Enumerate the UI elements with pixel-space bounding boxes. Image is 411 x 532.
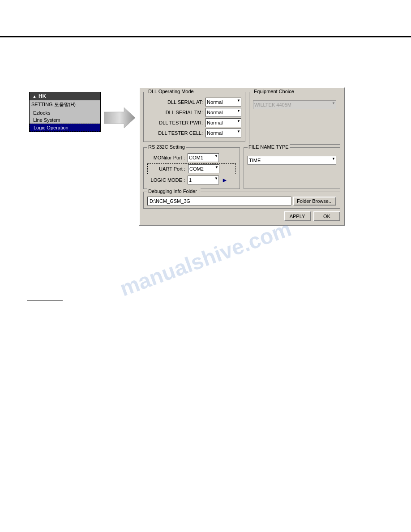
equipment-group-box: Equipment Choice WILLTEK 4405M [249, 92, 340, 145]
dll-tester-cell-row: DLL TESTER CELL: Normal Debug [147, 129, 241, 137]
dll-tester-cell-select[interactable]: Normal Debug [206, 129, 241, 137]
dll-serial-tm-label: DLL SERIAL TM: [147, 110, 206, 115]
ok-button[interactable]: OK [313, 211, 340, 221]
hk-menubar[interactable]: SETTING 도움말(H) [30, 100, 100, 109]
dll-serial-at-row: DLL SERIAL AT: Normal Debug [147, 98, 241, 107]
debug-group-title: Debugging Info Folder : [147, 189, 201, 194]
dll-tester-pwr-label: DLL TESTER PWR: [147, 120, 206, 125]
monitor-port-row: MONitor Port : COM1 COM2 COM3 [147, 153, 236, 162]
file-name-type-title: FILE NAME TYPE [248, 144, 290, 150]
dll-group-box: DLL Operating Mode DLL SERIAL AT: Normal… [143, 92, 245, 142]
bottom-rule [0, 38, 411, 38]
file-name-select-wrapper: TIME DATE COUNTER [248, 156, 336, 165]
rs232c-group-box: RS 232C Setting MONitor Port : COM1 COM2… [143, 147, 240, 189]
menu-item-line-system[interactable]: Line System [30, 116, 100, 124]
uart-port-wrapper: COM1 COM2 COM3 [188, 164, 219, 173]
dll-serial-tm-select[interactable]: Normal Debug [206, 108, 241, 117]
hk-title-text: HK [39, 93, 46, 99]
menu-item-logic-operation[interactable]: Logic Operation [30, 124, 100, 132]
svg-marker-0 [104, 107, 135, 128]
folder-browse-button[interactable]: Folder Browse... [293, 197, 336, 206]
hk-logo-icon: ▲ [32, 94, 37, 99]
dll-tester-cell-label: DLL TESTER CELL: [147, 130, 206, 136]
monitor-port-wrapper: COM1 COM2 COM3 [188, 153, 219, 162]
uart-port-select[interactable]: COM1 COM2 COM3 [188, 164, 219, 173]
file-name-type-group-box: FILE NAME TYPE TIME DATE COUNTER [244, 147, 340, 189]
right-arrow-icon [104, 107, 135, 129]
dll-serial-at-label: DLL SERIAL AT: [147, 99, 206, 105]
file-name-type-select[interactable]: TIME DATE COUNTER [248, 156, 336, 165]
debug-group-box: Debugging Info Folder : Folder Browse... [143, 192, 340, 209]
equipment-group-title: Equipment Choice [253, 89, 295, 94]
top-rule [0, 36, 411, 37]
bottom-buttons-row: APPLY OK [143, 211, 340, 221]
logic-mode-select[interactable]: 1 2 3 [188, 176, 219, 184]
settings-dialog: DLL Operating Mode DLL SERIAL AT: Normal… [139, 87, 345, 226]
dll-serial-tm-wrapper: Normal Debug [206, 108, 241, 117]
rs232c-group-title: RS 232C Setting [147, 144, 186, 150]
watermark: manualshive.com [116, 216, 294, 301]
dll-tester-cell-wrapper: Normal Debug [206, 129, 241, 137]
dll-group: DLL Operating Mode DLL SERIAL AT: Normal… [143, 92, 245, 145]
dll-tester-pwr-select[interactable]: Normal Debug [206, 118, 241, 127]
equipment-select[interactable]: WILLTEK 4405M [253, 100, 336, 109]
dll-serial-at-select[interactable]: Normal Debug [206, 98, 241, 107]
apply-button[interactable]: APPLY [284, 211, 311, 221]
logic-mode-arrow-icon: ► [222, 176, 228, 184]
debug-folder-input[interactable] [147, 197, 291, 206]
equipment-select-wrapper: WILLTEK 4405M [253, 100, 336, 109]
top-two-col: DLL Operating Mode DLL SERIAL AT: Normal… [143, 92, 340, 145]
arrow-graphic [104, 107, 135, 130]
logic-mode-row: LOGIC MODE : 1 2 3 ► [147, 176, 236, 184]
monitor-port-select[interactable]: COM1 COM2 COM3 [188, 153, 219, 162]
small-underline [27, 300, 63, 300]
uart-port-row: UART Port : COM1 COM2 COM3 [147, 163, 236, 174]
equipment-col: Equipment Choice WILLTEK 4405M [249, 92, 340, 145]
dll-tester-pwr-wrapper: Normal Debug [206, 118, 241, 127]
rs-file-row: RS 232C Setting MONitor Port : COM1 COM2… [143, 147, 340, 189]
logic-mode-label: LOGIC MODE : [147, 177, 188, 183]
hk-title-bar: ▲ HK [30, 92, 100, 100]
dll-group-title: DLL Operating Mode [147, 89, 195, 94]
dll-serial-tm-row: DLL SERIAL TM: Normal Debug [147, 108, 241, 117]
file-name-type-inner: TIME DATE COUNTER [248, 156, 336, 165]
dll-tester-pwr-row: DLL TESTER PWR: Normal Debug [147, 118, 241, 127]
menu-item-ezlooks[interactable]: Ezlooks [30, 109, 100, 116]
uart-port-label: UART Port : [148, 166, 188, 172]
debug-folder-row: Folder Browse... [147, 197, 336, 206]
hk-menubar-text: SETTING 도움말(H) [31, 102, 76, 107]
monitor-port-label: MONitor Port : [147, 155, 188, 160]
dll-serial-at-wrapper: Normal Debug [206, 98, 241, 107]
logic-mode-wrapper: 1 2 3 [188, 176, 219, 184]
hk-panel: ▲ HK SETTING 도움말(H) Ezlooks Line System … [29, 92, 101, 132]
